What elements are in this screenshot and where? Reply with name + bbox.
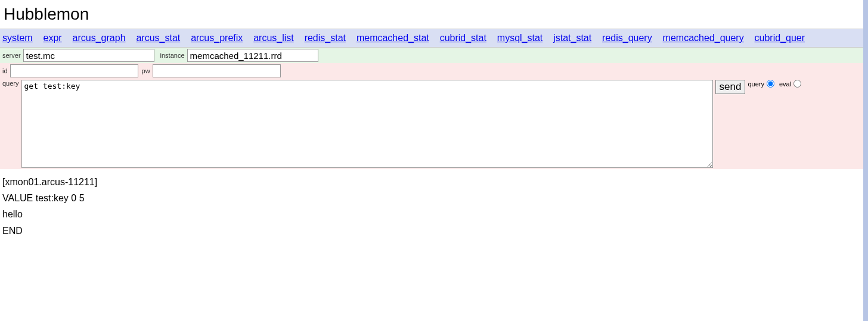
query-textarea[interactable]	[21, 80, 713, 168]
nav-link-expr[interactable]: expr	[44, 33, 62, 43]
query-label: query	[2, 80, 19, 87]
nav-link-redis-query[interactable]: redis_query	[602, 33, 652, 43]
radio-eval[interactable]	[793, 80, 801, 88]
radio-query-label: query	[748, 80, 764, 88]
pw-input[interactable]	[153, 64, 281, 77]
id-input[interactable]	[10, 64, 138, 77]
server-input[interactable]	[23, 49, 154, 62]
server-row: server instance	[0, 48, 868, 63]
instance-label: instance	[160, 52, 185, 59]
nav-link-arcus-list[interactable]: arcus_list	[253, 33, 294, 43]
nav-link-jstat-stat[interactable]: jstat_stat	[553, 33, 591, 43]
nav-link-arcus-stat[interactable]: arcus_stat	[136, 33, 180, 43]
result-output: [xmon01.arcus-11211] VALUE test:key 0 5 …	[0, 169, 868, 244]
send-button[interactable]: send	[715, 80, 746, 94]
nav-link-memcached-stat[interactable]: memcached_stat	[356, 33, 429, 43]
query-row: query send query eval	[0, 79, 868, 169]
radio-eval-label: eval	[779, 80, 791, 88]
credentials-row: id pw	[0, 63, 868, 79]
instance-input[interactable]	[187, 49, 318, 62]
pw-label: pw	[142, 67, 150, 74]
nav-link-arcus-prefix[interactable]: arcus_prefix	[191, 33, 243, 43]
nav-link-cubrid-stat[interactable]: cubrid_stat	[440, 33, 486, 43]
server-label: server	[2, 52, 21, 59]
nav-link-cubrid-query[interactable]: cubrid_quer	[755, 33, 805, 43]
page-title: Hubblemon	[0, 0, 868, 29]
scrollbar-track[interactable]	[863, 0, 868, 244]
id-label: id	[2, 67, 8, 74]
nav-bar: system expr arcus_graph arcus_stat arcus…	[0, 29, 868, 48]
nav-link-memcached-query[interactable]: memcached_query	[663, 33, 744, 43]
nav-link-system[interactable]: system	[2, 33, 33, 43]
radio-group: query eval	[748, 80, 806, 88]
nav-link-arcus-graph[interactable]: arcus_graph	[73, 33, 126, 43]
radio-query[interactable]	[767, 80, 774, 88]
nav-link-redis-stat[interactable]: redis_stat	[305, 33, 346, 43]
nav-link-mysql-stat[interactable]: mysql_stat	[497, 33, 542, 43]
